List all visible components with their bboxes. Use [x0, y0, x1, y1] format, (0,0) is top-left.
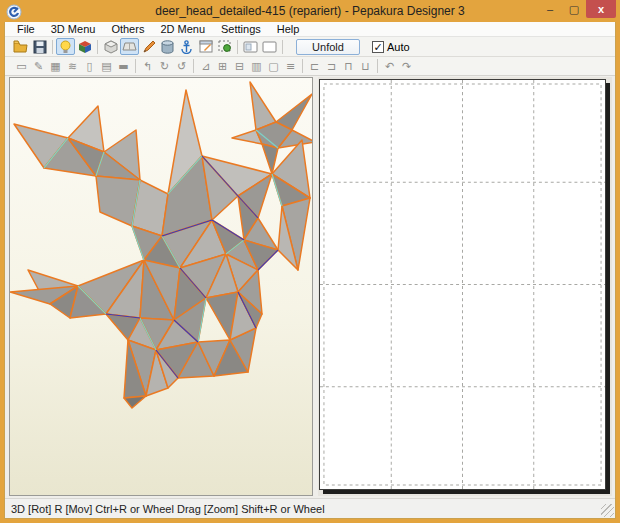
- menu-2d-menu[interactable]: 2D Menu: [152, 23, 213, 35]
- light-toggle-icon[interactable]: [56, 38, 75, 55]
- toolbar-separator: [282, 40, 283, 54]
- pattern-paper[interactable]: [319, 79, 606, 490]
- pattern-toolbar: ▭✎▦≋▯▤▬↰↻↺⊿⊞⊟▥▢≡⊏⊐⊓⊔↶↷: [5, 57, 615, 76]
- select-parts-icon[interactable]: [215, 38, 234, 55]
- open-file-icon[interactable]: [11, 38, 30, 55]
- arrange-even-icon[interactable]: ≡: [282, 58, 299, 74]
- resize-grip[interactable]: [601, 504, 614, 517]
- menu-settings[interactable]: Settings: [213, 23, 269, 35]
- toolbar-separator: [377, 59, 378, 73]
- pepakura-logo-icon: [6, 4, 22, 20]
- deer-head-model[interactable]: [10, 78, 312, 496]
- edit-flaps-icon[interactable]: ✎: [30, 58, 47, 74]
- pen-edit-icon[interactable]: [139, 38, 158, 55]
- align-top-icon[interactable]: ⊓: [340, 58, 357, 74]
- glue-tab-icon[interactable]: ▯: [81, 58, 98, 74]
- save-file-icon[interactable]: [30, 38, 49, 55]
- select-move-icon[interactable]: ▭: [13, 58, 30, 74]
- align-bottom-icon[interactable]: ⊔: [357, 58, 374, 74]
- rotate-cw-icon[interactable]: ↻: [156, 58, 173, 74]
- menu-3d-menu[interactable]: 3D Menu: [43, 23, 104, 35]
- scale-plus-icon[interactable]: ⊞: [214, 58, 231, 74]
- main-toolbar: Unfold ✓ Auto: [5, 37, 615, 57]
- merge-island-icon[interactable]: ▦: [47, 58, 64, 74]
- view-2d-pane[interactable]: [318, 77, 612, 496]
- close-button[interactable]: x: [586, 0, 616, 18]
- box-flat-icon[interactable]: [120, 38, 139, 55]
- snap-corner-icon[interactable]: ⊿: [197, 58, 214, 74]
- toolbar-separator: [193, 59, 194, 73]
- rotate-corner-icon[interactable]: ↰: [139, 58, 156, 74]
- title-bar[interactable]: deer_head_detailed-415 (repariert) - Pep…: [4, 0, 616, 22]
- toolbar-separator: [135, 59, 136, 73]
- anchor-icon[interactable]: [177, 38, 196, 55]
- page-double-icon[interactable]: [260, 38, 279, 55]
- app-window: deer_head_detailed-415 (repariert) - Pep…: [0, 0, 620, 523]
- align-left-icon[interactable]: ⊏: [306, 58, 323, 74]
- menu-file[interactable]: File: [9, 23, 43, 35]
- view-3d-pane[interactable]: [9, 77, 313, 496]
- toolbar-separator: [302, 59, 303, 73]
- divide-face-icon[interactable]: ≋: [64, 58, 81, 74]
- window-edit-icon[interactable]: [196, 38, 215, 55]
- status-bar: 3D [Rot] R [Mov] Ctrl+R or Wheel Drag [Z…: [5, 498, 615, 518]
- maximize-button[interactable]: ▢: [562, 0, 586, 18]
- auto-checkbox[interactable]: ✓: [372, 41, 384, 53]
- sheet-blank-icon[interactable]: ▢: [265, 58, 282, 74]
- undo-icon[interactable]: ↶: [381, 58, 398, 74]
- menu-bar: File3D MenuOthers2D MenuSettingsHelp: [5, 22, 615, 37]
- align-right-icon[interactable]: ⊐: [323, 58, 340, 74]
- box-3d-icon[interactable]: [101, 38, 120, 55]
- unfold-button[interactable]: Unfold: [296, 39, 360, 55]
- rotate-ccw-icon[interactable]: ↺: [173, 58, 190, 74]
- remove-line-icon[interactable]: ▬: [115, 58, 132, 74]
- redo-icon[interactable]: ↷: [398, 58, 415, 74]
- texture-face-icon[interactable]: ▤: [98, 58, 115, 74]
- order-stack-icon[interactable]: ▥: [248, 58, 265, 74]
- toolbar-separator: [52, 40, 53, 54]
- page-grid: [320, 80, 605, 489]
- cylinder-icon[interactable]: [158, 38, 177, 55]
- main-area: [5, 76, 615, 498]
- toolbar-separator: [237, 40, 238, 54]
- auto-checkbox-label: Auto: [387, 41, 410, 53]
- status-text: 3D [Rot] R [Mov] Ctrl+R or Wheel Drag [Z…: [11, 503, 325, 515]
- menu-help[interactable]: Help: [269, 23, 308, 35]
- scale-minus-icon[interactable]: ⊟: [231, 58, 248, 74]
- texture-cube-icon[interactable]: [75, 38, 94, 55]
- window-title: deer_head_detailed-415 (repariert) - Pep…: [4, 4, 616, 18]
- menu-others[interactable]: Others: [103, 23, 152, 35]
- page-single-icon[interactable]: [241, 38, 260, 55]
- minimize-button[interactable]: –: [538, 0, 562, 18]
- toolbar-separator: [97, 40, 98, 54]
